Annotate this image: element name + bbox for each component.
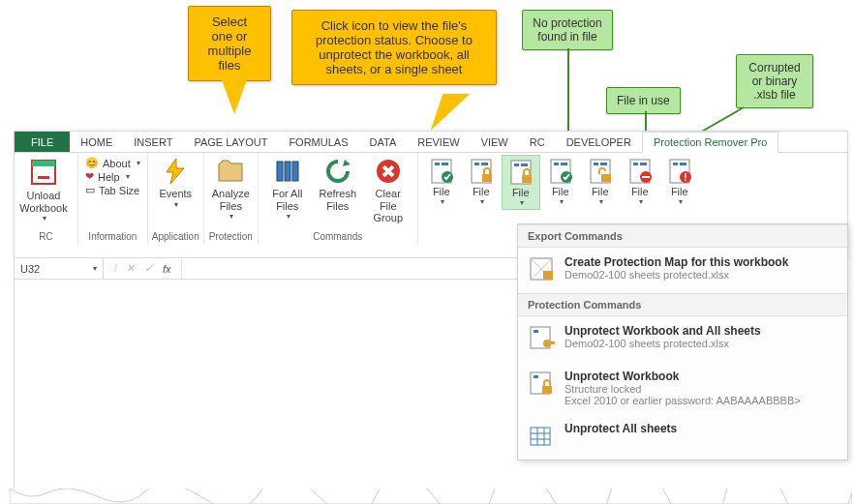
svg-rect-33 — [640, 163, 647, 165]
name-box[interactable]: U32▾ — [15, 258, 104, 279]
file-button-4[interactable]: File▾ — [541, 155, 580, 208]
dd-section-protection: Protection Commands — [518, 293, 847, 316]
svg-rect-25 — [561, 163, 567, 165]
sheets-icon — [528, 422, 555, 452]
svg-marker-7 — [343, 160, 351, 166]
file-lock-icon — [467, 157, 496, 186]
svg-rect-4 — [277, 162, 283, 181]
tab-rc[interactable]: RC — [519, 132, 556, 152]
fx-icon[interactable]: fx — [163, 263, 171, 275]
file-button-6[interactable]: File▾ — [621, 155, 659, 208]
lightning-icon — [161, 157, 190, 186]
formula-controls: ⁝ ✕ ✓ fx — [104, 262, 181, 275]
binders-icon — [273, 157, 302, 186]
smiley-icon: 😊 — [85, 157, 99, 169]
svg-rect-29 — [600, 163, 607, 165]
clear-icon — [374, 157, 403, 186]
svg-rect-38 — [680, 163, 686, 165]
tab-insert[interactable]: INSERT — [123, 132, 183, 152]
svg-rect-32 — [633, 163, 638, 165]
callout-pointer-2 — [417, 94, 471, 131]
svg-rect-16 — [474, 163, 479, 165]
svg-rect-49 — [542, 386, 552, 394]
unload-workbook-button[interactable]: Unload Workbook▾ — [18, 155, 69, 224]
svg-rect-24 — [554, 163, 559, 165]
clear-file-group-button[interactable]: Clear File Group — [363, 155, 413, 226]
help-button[interactable]: ❤Help▾ — [85, 170, 140, 183]
group-information: 😊About▾ ❤Help▾ ▭Tab Size Information — [78, 153, 148, 244]
group-label-rc: RC — [18, 231, 74, 243]
group-label-app: Application — [152, 231, 199, 243]
callout-pointer-1 — [221, 77, 248, 114]
svg-text:!: ! — [684, 172, 686, 183]
workbook-unload-icon — [28, 157, 59, 188]
file-button-5[interactable]: File▾ — [581, 155, 620, 208]
tab-data[interactable]: DATA — [359, 132, 408, 152]
file-button-2[interactable]: File▾ — [462, 155, 501, 208]
dd-unprotect-all[interactable]: Unprotect Workbook and All sheetsDemo02-… — [518, 316, 847, 362]
torn-edge — [10, 489, 852, 504]
file-inuse-icon — [625, 157, 655, 186]
group-application: Events▾ Application — [148, 153, 204, 244]
svg-rect-2 — [38, 176, 49, 179]
callout-corrupted: Corrupted or binary .xlsb file — [736, 54, 813, 108]
file-button-1[interactable]: File▾ — [422, 155, 461, 208]
tab-size-button[interactable]: ▭Tab Size — [85, 184, 140, 196]
callout-select-files: Select one or multiple files — [188, 6, 271, 81]
group-protection: Analyze Files▾ Protection — [204, 153, 259, 244]
analyze-files-button[interactable]: Analyze Files▾ — [208, 155, 254, 222]
group-rc: Unload Workbook▾ RC — [15, 153, 78, 244]
svg-rect-18 — [482, 174, 492, 182]
svg-rect-20 — [514, 163, 519, 166]
tab-developer[interactable]: DEVELOPER — [556, 132, 642, 152]
callout-file-in-use: File in use — [606, 87, 681, 114]
refresh-files-button[interactable]: Refresh Files — [313, 155, 363, 214]
group-label-prot: Protection — [208, 231, 254, 243]
dd-create-protection-map[interactable]: Create Protection Map for this workbookD… — [518, 248, 847, 293]
svg-rect-1 — [32, 161, 55, 166]
file-button-3-active[interactable]: File▾ — [502, 155, 540, 210]
about-button[interactable]: 😊About▾ — [85, 157, 140, 169]
tab-review[interactable]: REVIEW — [407, 132, 470, 152]
refresh-icon — [323, 157, 352, 186]
tab-page-layout[interactable]: PAGE LAYOUT — [183, 132, 278, 152]
group-commands: For All Files▾ Refresh Files Clear File … — [259, 153, 418, 244]
svg-rect-6 — [292, 162, 298, 181]
tab-view[interactable]: VIEW — [471, 132, 519, 152]
map-lock-icon — [528, 255, 555, 285]
svg-rect-42 — [543, 271, 553, 280]
events-button[interactable]: Events▾ — [152, 155, 199, 211]
svg-rect-50 — [531, 428, 550, 445]
svg-rect-5 — [285, 162, 290, 181]
callout-click-icon: Click icon to view the file's protection… — [291, 10, 497, 85]
svg-rect-48 — [534, 375, 538, 378]
svg-rect-35 — [642, 176, 650, 178]
tab-home[interactable]: HOME — [70, 132, 123, 152]
svg-rect-37 — [673, 163, 678, 165]
file-ok-icon — [546, 157, 575, 186]
svg-rect-21 — [521, 163, 528, 166]
enter-icon[interactable]: ✓ — [144, 262, 153, 275]
svg-rect-17 — [481, 163, 488, 165]
workbook-key-icon — [528, 324, 555, 354]
tab-formulas[interactable]: FORMULAS — [278, 132, 358, 152]
workbook-lock-icon — [528, 370, 555, 400]
for-all-files-button[interactable]: For All Files▾ — [262, 155, 313, 222]
group-label-info: Information — [82, 231, 143, 243]
svg-rect-44 — [534, 330, 538, 333]
file-warn-icon: ! — [665, 157, 694, 186]
folder-analyze-icon — [216, 157, 245, 186]
svg-rect-28 — [594, 163, 598, 165]
tab-file[interactable]: FILE — [15, 132, 70, 152]
dd-unprotect-workbook[interactable]: Unprotect WorkbookStructure lockedExcel … — [518, 362, 847, 414]
svg-rect-22 — [522, 175, 532, 183]
callout-no-protection: No protection found in file — [522, 10, 613, 50]
tab-protection-remover-pro[interactable]: Protection Remover Pro — [642, 132, 778, 153]
tabs-strip: FILE HOME INSERT PAGE LAYOUT FORMULAS DA… — [15, 132, 847, 153]
svg-rect-13 — [442, 163, 448, 165]
cancel-icon[interactable]: ✕ — [126, 262, 135, 275]
file-button-7[interactable]: !File▾ — [660, 155, 699, 208]
svg-rect-46 — [549, 341, 555, 344]
dd-unprotect-sheets[interactable]: Unprotect All sheets — [518, 414, 847, 460]
svg-marker-3 — [167, 159, 184, 184]
